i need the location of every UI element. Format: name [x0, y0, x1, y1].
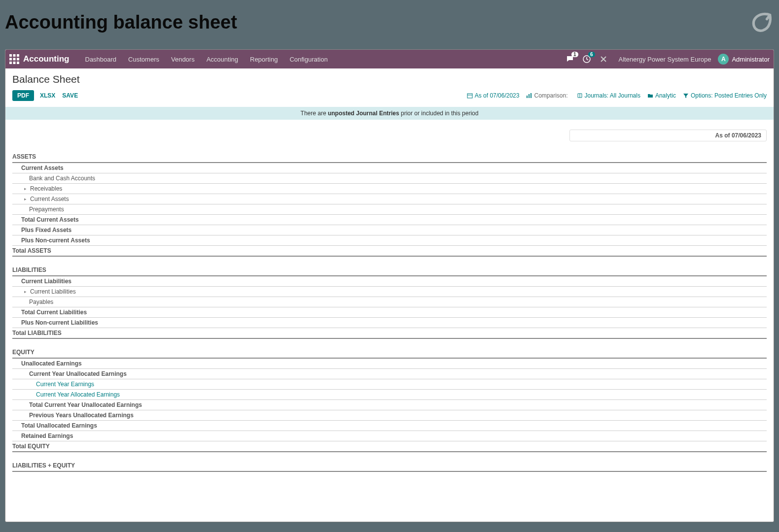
user-name: Administrator	[732, 56, 770, 63]
leaf-logo-icon	[749, 10, 774, 34]
page-header-title: Accounting balance sheet	[5, 12, 237, 33]
report: As of 07/06/2023 ASSETS Current Assets B…	[5, 120, 774, 482]
row-current-assets[interactable]: Current Assets	[12, 163, 767, 173]
row-fixed-assets[interactable]: Plus Fixed Assets	[12, 225, 767, 235]
page-title: Balance Sheet	[5, 68, 774, 88]
row-cy-unallocated[interactable]: Current Year Unallocated Earnings	[12, 369, 767, 379]
toolbar: PDF XLSX SAVE As of 07/06/2023 Compariso…	[5, 88, 774, 107]
svg-rect-8	[17, 62, 19, 64]
filter-icon	[683, 93, 689, 99]
row-total-current-liabilities[interactable]: Total Current Liabilities	[12, 307, 767, 318]
svg-rect-7	[13, 62, 16, 64]
nav-bar: Accounting Dashboard Customers Vendors A…	[5, 50, 774, 68]
filter-analytic[interactable]: Analytic	[647, 92, 676, 99]
nav-configuration[interactable]: Configuration	[283, 56, 333, 63]
liab-equity-head: LIABILITIES + EQUITY	[12, 460, 767, 472]
row-total-assets[interactable]: Total ASSETS	[12, 246, 767, 257]
svg-rect-2	[17, 54, 19, 57]
row-total-cy[interactable]: Total Current Year Unallocated Earnings	[12, 400, 767, 410]
svg-rect-4	[13, 58, 16, 61]
row-payables[interactable]: Payables	[12, 297, 767, 307]
svg-rect-1	[13, 54, 16, 57]
page-header: Accounting balance sheet	[0, 0, 779, 49]
nav-customers[interactable]: Customers	[122, 56, 165, 63]
row-retained[interactable]: Retained Earnings	[12, 431, 767, 441]
folder-icon	[647, 93, 653, 99]
app-frame: Accounting Dashboard Customers Vendors A…	[5, 49, 774, 522]
row-current-assets-sub[interactable]: Current Assets	[12, 194, 767, 204]
row-current-liabilities[interactable]: Current Liabilities	[12, 276, 767, 287]
assets-head: ASSETS	[12, 151, 767, 163]
filter-comparison[interactable]: Comparison:	[526, 92, 569, 99]
calendar-icon	[467, 93, 473, 99]
notice-banner[interactable]: There are unposted Journal Entries prior…	[5, 107, 774, 120]
nav-accounting[interactable]: Accounting	[201, 56, 244, 63]
row-cy-allocated[interactable]: Current Year Allocated Earnings	[12, 390, 767, 400]
apps-icon[interactable]	[9, 54, 19, 64]
chart-icon	[526, 93, 532, 99]
row-total-liabilities[interactable]: Total LIABILITIES	[12, 328, 767, 339]
user-menu[interactable]: A Administrator	[718, 54, 770, 65]
company-selector[interactable]: Altenergy Power System Europe	[619, 56, 711, 63]
svg-rect-6	[9, 62, 12, 64]
row-cy-earnings[interactable]: Current Year Earnings	[12, 379, 767, 390]
filter-date[interactable]: As of 07/06/2023	[467, 92, 520, 99]
row-noncurrent-assets[interactable]: Plus Non-current Assets	[12, 235, 767, 246]
book-icon	[577, 93, 583, 99]
content: Balance Sheet PDF XLSX SAVE As of 07/06/…	[5, 68, 774, 522]
svg-rect-14	[531, 93, 531, 98]
svg-rect-5	[17, 58, 19, 61]
svg-rect-3	[9, 58, 12, 61]
close-icon[interactable]	[597, 53, 610, 66]
row-current-liabilities-sub[interactable]: Current Liabilities	[12, 287, 767, 297]
svg-rect-12	[527, 96, 528, 98]
date-column-header: As of 07/06/2023	[569, 130, 767, 141]
svg-rect-10	[467, 94, 472, 98]
avatar: A	[718, 54, 729, 65]
activity-icon[interactable]: 6	[580, 53, 593, 66]
messages-icon[interactable]: 1	[564, 53, 576, 66]
row-bank[interactable]: Bank and Cash Accounts	[12, 173, 767, 184]
row-prepayments[interactable]: Prepayments	[12, 204, 767, 215]
liabilities-head: LIABILITIES	[12, 265, 767, 276]
filter-journals[interactable]: Journals: All Journals	[577, 92, 640, 99]
row-previous[interactable]: Previous Years Unallocated Earnings	[12, 410, 767, 421]
row-total-current-assets[interactable]: Total Current Assets	[12, 215, 767, 225]
save-button[interactable]: SAVE	[62, 92, 78, 99]
nav-dashboard[interactable]: Dashboard	[79, 56, 123, 63]
xlsx-button[interactable]: XLSX	[40, 92, 55, 99]
activity-badge: 6	[588, 52, 595, 57]
row-total-unallocated[interactable]: Total Unallocated Earnings	[12, 421, 767, 431]
nav-reporting[interactable]: Reporting	[244, 56, 283, 63]
svg-rect-13	[529, 94, 530, 98]
row-noncurrent-liabilities[interactable]: Plus Non-current Liabilities	[12, 318, 767, 328]
row-unallocated[interactable]: Unallocated Earnings	[12, 359, 767, 369]
app-name[interactable]: Accounting	[23, 54, 70, 64]
filter-options[interactable]: Options: Posted Entries Only	[683, 92, 767, 99]
equity-head: EQUITY	[12, 347, 767, 359]
row-total-equity[interactable]: Total EQUITY	[12, 441, 767, 452]
row-receivables[interactable]: Receivables	[12, 184, 767, 194]
pdf-button[interactable]: PDF	[12, 90, 34, 101]
svg-rect-0	[9, 54, 12, 57]
nav-vendors[interactable]: Vendors	[165, 56, 201, 63]
messages-badge: 1	[571, 52, 578, 57]
